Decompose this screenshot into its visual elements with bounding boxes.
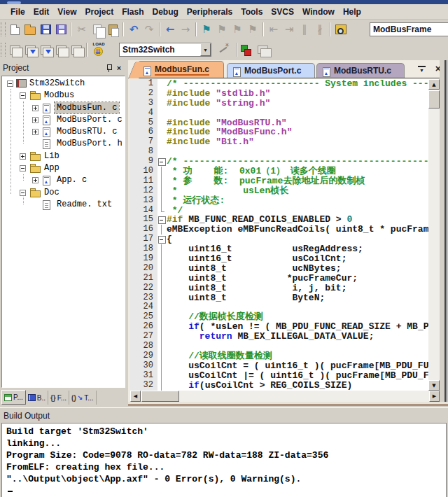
tree-item-app[interactable]: App bbox=[2, 162, 125, 174]
menu-item-view[interactable]: View bbox=[53, 7, 80, 17]
manage-rte-button[interactable] bbox=[238, 42, 253, 57]
build-button[interactable] bbox=[22, 42, 38, 57]
stop-build-button[interactable] bbox=[69, 42, 84, 57]
tree-item-stm32switch[interactable]: Stm32Switch bbox=[2, 78, 125, 90]
paste-button[interactable] bbox=[105, 22, 120, 37]
indent-right-button[interactable]: ⇥ bbox=[281, 22, 297, 37]
tree-expander-plus[interactable] bbox=[20, 153, 26, 160]
tree-item-readme-txt[interactable]: Readme. txt bbox=[2, 199, 125, 211]
windows-button[interactable] bbox=[255, 42, 270, 57]
navigate-forward-button[interactable]: → bbox=[178, 22, 193, 37]
menu-item-window[interactable]: Window bbox=[298, 7, 339, 17]
bookmark-clear-button[interactable]: ⚑ bbox=[245, 22, 260, 37]
fold-toggle-icon[interactable] bbox=[158, 234, 167, 244]
menu-item-svcs[interactable]: SVCS bbox=[267, 7, 298, 17]
tree-expander-minus[interactable] bbox=[20, 190, 26, 196]
panel-tab-t[interactable]: ()↘T... bbox=[69, 391, 97, 405]
search-input[interactable] bbox=[370, 22, 448, 36]
menu-item-project[interactable]: Project bbox=[80, 7, 118, 17]
configure-target-button[interactable] bbox=[216, 42, 231, 57]
code-editor[interactable]: 1/* ------------------------- System inc… bbox=[130, 79, 428, 391]
vertical-scrollbar[interactable]: ▲ ▼ bbox=[428, 79, 440, 391]
tree-item-modbusport-h[interactable]: ModBusPort. h bbox=[2, 138, 125, 150]
bookmark-next-button[interactable]: ⚑ bbox=[230, 22, 245, 37]
code-line-13[interactable]: 13 * 运行状态: bbox=[130, 196, 428, 206]
tree-expander-plus[interactable] bbox=[32, 177, 38, 183]
tree-expander-plus[interactable] bbox=[32, 105, 38, 111]
menu-item-peripherals[interactable]: Peripherals bbox=[183, 7, 237, 17]
code-line-15[interactable]: 15#if MB_FUNC_READ_COILS_ENABLED > 0 bbox=[130, 215, 428, 225]
build-output-content[interactable]: Build target 'Stm32Switch'linking...Prog… bbox=[1, 423, 447, 497]
menu-item-file[interactable]: File bbox=[6, 7, 29, 17]
target-select[interactable]: Stm32Switch ▼ bbox=[119, 43, 211, 57]
code-line-5[interactable]: 5#include "ModBusRTU.h" bbox=[130, 118, 428, 128]
editor-tab-modbusport-c[interactable]: ModBusPort.c bbox=[227, 63, 315, 78]
tree-item-modbusport-c[interactable]: ModBusPort. c bbox=[2, 114, 125, 126]
uncomment-button[interactable]: ∦ bbox=[312, 22, 328, 37]
fold-toggle-icon[interactable] bbox=[158, 157, 167, 167]
toolbar-grip-2[interactable] bbox=[1, 43, 6, 57]
tree-expander-minus[interactable] bbox=[20, 92, 26, 99]
code-line-17[interactable]: 17{ bbox=[130, 234, 428, 244]
code-line-18[interactable]: 18 uint16_t usRegAddress; bbox=[130, 244, 428, 254]
panel-tab-f[interactable]: {}F... bbox=[48, 391, 69, 405]
code-line-22[interactable]: 22 uint8_t i, j, bit; bbox=[130, 284, 428, 293]
code-line-12[interactable]: 12 * usLen桢长 bbox=[130, 186, 428, 196]
code-line-28[interactable]: 28 bbox=[130, 342, 428, 351]
code-line-32[interactable]: 32 if(usCoilCnt > REG_COILS_SIZE) bbox=[130, 381, 428, 391]
code-line-2[interactable]: 2#include "stdlib.h" bbox=[130, 89, 428, 99]
horizontal-scrollbar[interactable]: ◀ ▶ bbox=[130, 391, 440, 402]
comment-button[interactable]: ∥ bbox=[297, 22, 312, 37]
menu-item-tools[interactable]: Tools bbox=[237, 7, 267, 17]
menu-item-help[interactable]: Help bbox=[339, 7, 365, 17]
editor-tab-modbusfun-c[interactable]: ModbusFun.c bbox=[137, 61, 224, 78]
tree-item-lib[interactable]: Lib bbox=[2, 150, 125, 162]
build-output-header[interactable]: Build Output bbox=[0, 407, 448, 423]
translate-button[interactable] bbox=[7, 42, 22, 57]
tree-expander-plus[interactable] bbox=[32, 117, 38, 123]
bookmark-toggle-button[interactable]: ⚑ bbox=[199, 22, 214, 37]
document-list-button[interactable]: ▼ bbox=[418, 66, 426, 73]
scroll-left-button[interactable]: ◀ bbox=[130, 391, 141, 402]
tree-item-modbusrtu-c[interactable]: ModBusRTU. c bbox=[2, 126, 125, 138]
fold-toggle-icon[interactable] bbox=[158, 215, 167, 225]
scroll-down-button[interactable]: ▼ bbox=[428, 380, 440, 391]
toolbar-grip[interactable] bbox=[1, 22, 6, 36]
rebuild-button[interactable] bbox=[38, 42, 53, 57]
code-line-9[interactable]: 9/* ------------------------------------… bbox=[130, 157, 428, 167]
tree-item-app-c[interactable]: App. c bbox=[2, 174, 125, 186]
code-line-7[interactable]: 7#include "Bit.h" bbox=[130, 137, 428, 147]
code-line-16[interactable]: 16eMBException eMBFuncReadCoils( uint8_t… bbox=[130, 225, 428, 234]
copy-button[interactable] bbox=[90, 22, 105, 37]
tree-item-modbus[interactable]: Modbus bbox=[2, 90, 125, 102]
code-line-31[interactable]: 31 usCoilCnt |= ( uint16_t )( pucFrame[M… bbox=[130, 371, 428, 381]
code-line-19[interactable]: 19 uint16_t usCoilCnt; bbox=[130, 254, 428, 264]
target-select-dropdown-button[interactable]: ▼ bbox=[200, 43, 211, 56]
code-line-26[interactable]: 26 if( *usLen != ( MB_PDU_FUNC_READ_SIZE… bbox=[130, 322, 428, 332]
editor-tab-modbusrtu-c[interactable]: ModBusRTU.c bbox=[316, 63, 405, 78]
redo-button[interactable]: ↷ bbox=[141, 22, 157, 37]
tree-expander-plus[interactable] bbox=[32, 129, 38, 135]
close-panel-button[interactable]: × bbox=[114, 63, 124, 73]
code-line-10[interactable]: 10 * 功 能: 0x01（1） 读多个线圈 bbox=[130, 167, 428, 176]
menu-item-flash[interactable]: Flash bbox=[118, 7, 148, 17]
code-line-4[interactable]: 4 bbox=[130, 108, 428, 118]
find-in-files-button[interactable] bbox=[333, 22, 349, 37]
menu-item-edit[interactable]: Edit bbox=[29, 7, 54, 17]
pin-button[interactable] bbox=[104, 63, 114, 73]
code-line-14[interactable]: 14 */ bbox=[130, 206, 428, 216]
code-line-30[interactable]: 30 usCoilCnt = ( uint16_t )( pucFrame[MB… bbox=[130, 361, 428, 371]
tree-item-modbusfun-c[interactable]: ModbusFun. c bbox=[2, 102, 125, 114]
open-file-button[interactable] bbox=[22, 22, 38, 37]
undo-button[interactable]: ↶ bbox=[126, 22, 141, 37]
new-file-button[interactable] bbox=[7, 22, 22, 37]
code-line-21[interactable]: 21 uint8_t *pucFrameCur; bbox=[130, 274, 428, 284]
code-line-25[interactable]: 25 //数据桢长度检测 bbox=[130, 312, 428, 322]
code-line-29[interactable]: 29 //读取线圈数量检测 bbox=[130, 351, 428, 361]
panel-tab-b[interactable]: B.. bbox=[26, 391, 48, 405]
scroll-right-button[interactable]: ▶ bbox=[429, 391, 440, 402]
code-line-27[interactable]: 27 return MB_EX_ILLEGAL_DATA_VALUE; bbox=[130, 332, 428, 342]
tree-expander-minus[interactable] bbox=[7, 80, 13, 87]
tree-item-doc[interactable]: Doc bbox=[2, 187, 125, 199]
code-line-11[interactable]: 11 * 参 数: pucFrame去除地址后的数制桢 bbox=[130, 176, 428, 186]
